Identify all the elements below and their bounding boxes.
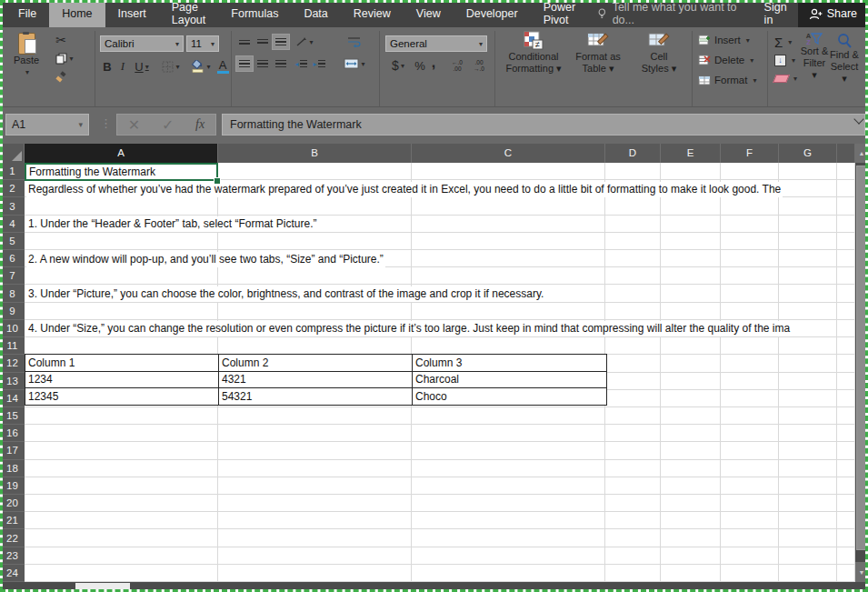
row-header-17[interactable]: 17 bbox=[0, 442, 25, 459]
column-header-e[interactable]: E bbox=[661, 143, 721, 163]
italic-button[interactable]: I bbox=[116, 58, 129, 75]
wrap-text-button[interactable] bbox=[344, 35, 364, 49]
table-cell[interactable]: Choco bbox=[413, 388, 606, 405]
sort-filter-button[interactable]: AZ Sort & Filter ▾ bbox=[800, 33, 829, 81]
delete-cells-button[interactable]: Delete▾ bbox=[698, 55, 753, 65]
table-cell[interactable]: 4321 bbox=[219, 372, 413, 388]
row-header-5[interactable]: 5 bbox=[0, 233, 25, 250]
row-header-4[interactable]: 4 bbox=[0, 216, 25, 233]
increase-decimal-button[interactable]: ←.0.00 bbox=[447, 57, 467, 74]
table-cell[interactable]: Charcoal bbox=[413, 372, 606, 388]
fill-button[interactable]: ↓▾ bbox=[774, 55, 795, 66]
find-select-button[interactable]: Find & Select ▾ bbox=[829, 33, 860, 85]
tab-file[interactable]: File bbox=[5, 0, 49, 27]
percent-style-button[interactable]: % bbox=[413, 57, 427, 74]
borders-button[interactable]: ▾ bbox=[158, 58, 184, 75]
merge-center-button[interactable]: ▾ bbox=[338, 56, 371, 71]
tab-review[interactable]: Review bbox=[341, 0, 404, 27]
cell-text-row-2[interactable]: Regardless of whether you’ve had the wat… bbox=[26, 182, 783, 197]
name-box[interactable]: A1 ▾ bbox=[5, 114, 89, 135]
row-header-8[interactable]: 8 bbox=[0, 285, 25, 302]
table-header-cell[interactable]: Column 3 bbox=[413, 355, 606, 371]
row-header-2[interactable]: 2 bbox=[0, 180, 25, 197]
top-align-button[interactable] bbox=[236, 35, 253, 49]
row-header-7[interactable]: 7 bbox=[0, 267, 25, 285]
row-header-9[interactable]: 9 bbox=[0, 303, 25, 320]
row-header-21[interactable]: 21 bbox=[0, 512, 25, 529]
tab-formulas[interactable]: Formulas bbox=[218, 0, 291, 27]
fill-color-button[interactable]: ▾ bbox=[187, 58, 215, 75]
clear-button[interactable]: ▾ bbox=[774, 75, 797, 83]
row-header-15[interactable]: 15 bbox=[0, 407, 25, 425]
table-cell[interactable]: 12345 bbox=[25, 388, 219, 405]
column-header-partial[interactable] bbox=[837, 143, 855, 163]
row-header-18[interactable]: 18 bbox=[0, 460, 25, 477]
copy-button[interactable]: ▾ bbox=[51, 51, 78, 65]
font-color-button[interactable]: A bbox=[216, 57, 229, 75]
insert-cells-button[interactable]: Insert▾ bbox=[698, 35, 750, 45]
align-center-button[interactable] bbox=[254, 56, 271, 71]
cell-text-row-6[interactable]: 2. A new window will pop-up, and you’ll … bbox=[26, 252, 385, 267]
tab-home[interactable]: Home bbox=[49, 0, 105, 27]
row-header-16[interactable]: 16 bbox=[0, 425, 25, 442]
scroll-up-arrow[interactable]: ▲ bbox=[855, 143, 868, 163]
tell-me-box[interactable]: Tell me what you want to do... bbox=[588, 0, 753, 27]
format-cells-button[interactable]: Format▾ bbox=[698, 75, 756, 85]
column-header-f[interactable]: F bbox=[721, 143, 779, 163]
row-header-11[interactable]: 11 bbox=[0, 337, 25, 355]
fill-handle[interactable] bbox=[214, 177, 221, 185]
formula-bar-grip[interactable]: ⋮ bbox=[100, 116, 112, 130]
tab-developer[interactable]: Developer bbox=[454, 0, 531, 27]
format-as-table-button[interactable]: Format asTable ▾ bbox=[567, 31, 629, 75]
horizontal-scroll-thumb[interactable] bbox=[75, 583, 130, 590]
column-header-c[interactable]: C bbox=[412, 143, 605, 163]
column-header-d[interactable]: D bbox=[605, 143, 661, 163]
table-cell[interactable]: 1234 bbox=[25, 372, 219, 388]
share-button[interactable]: Share bbox=[798, 0, 868, 27]
sign-in-button[interactable]: Sign in bbox=[753, 1, 798, 26]
align-right-button[interactable] bbox=[273, 56, 289, 71]
row-header-20[interactable]: 20 bbox=[0, 495, 25, 512]
increase-indent-button[interactable]: ▸ bbox=[311, 56, 327, 71]
orientation-button[interactable]: ▾ bbox=[293, 35, 316, 49]
comma-style-button[interactable]: , bbox=[429, 55, 438, 71]
select-all-corner[interactable] bbox=[0, 143, 25, 163]
insert-function-button[interactable]: fx bbox=[195, 117, 205, 132]
cancel-button[interactable]: ✕ bbox=[128, 116, 140, 134]
font-name-combo[interactable]: Calibri▾ bbox=[100, 35, 184, 52]
cell-text-row-4[interactable]: 1. Under the “Header & Footer” tab, sele… bbox=[26, 216, 318, 232]
align-left-button[interactable] bbox=[236, 56, 253, 71]
row-header-22[interactable]: 22 bbox=[0, 529, 25, 547]
bold-button[interactable]: B bbox=[100, 58, 115, 75]
sheet-grid[interactable]: Formatting the Watermark Regardless of w… bbox=[25, 163, 855, 583]
row-header-19[interactable]: 19 bbox=[0, 477, 25, 495]
conditional-formatting-button[interactable]: ≠ConditionalFormatting ▾ bbox=[502, 31, 565, 75]
formula-input[interactable]: Formatting the Watermark bbox=[222, 114, 865, 135]
row-header-1[interactable]: 1 bbox=[0, 163, 25, 180]
row-header-13[interactable]: 13 bbox=[0, 373, 25, 390]
middle-align-button[interactable] bbox=[254, 35, 271, 49]
decrease-indent-button[interactable]: ◂ bbox=[293, 56, 309, 71]
tab-page-layout[interactable]: Page Layout bbox=[159, 0, 219, 27]
column-header-b[interactable]: B bbox=[218, 143, 412, 163]
cell-text-row-10[interactable]: 4. Under “Size,” you can change the reso… bbox=[26, 321, 792, 336]
decrease-decimal-button[interactable]: .00→.0 bbox=[469, 57, 489, 74]
table-header-cell[interactable]: Column 2 bbox=[219, 355, 413, 371]
format-painter-button[interactable] bbox=[51, 69, 71, 84]
vertical-scrollbar[interactable]: ▲ ▼ bbox=[855, 143, 868, 582]
row-header-12[interactable]: 12 bbox=[0, 355, 25, 372]
bottom-align-button[interactable] bbox=[273, 35, 289, 49]
cut-button[interactable]: ✂ bbox=[51, 33, 71, 47]
tab-power-pivot[interactable]: Power Pivot bbox=[531, 0, 588, 27]
scroll-down-arrow[interactable]: ▼ bbox=[855, 562, 868, 582]
tab-insert[interactable]: Insert bbox=[105, 0, 159, 27]
row-header-24[interactable]: 24 bbox=[0, 565, 25, 582]
column-header-a[interactable]: A bbox=[25, 143, 218, 163]
paste-button[interactable]: Paste ▾ bbox=[7, 33, 45, 78]
table-header-cell[interactable]: Column 1 bbox=[25, 355, 219, 371]
column-header-g[interactable]: G bbox=[779, 143, 837, 163]
row-header-10[interactable]: 10 bbox=[0, 320, 25, 337]
number-format-combo[interactable]: General▾ bbox=[385, 35, 487, 52]
row-header-3[interactable]: 3 bbox=[0, 197, 25, 215]
horizontal-scrollbar[interactable] bbox=[0, 582, 868, 592]
